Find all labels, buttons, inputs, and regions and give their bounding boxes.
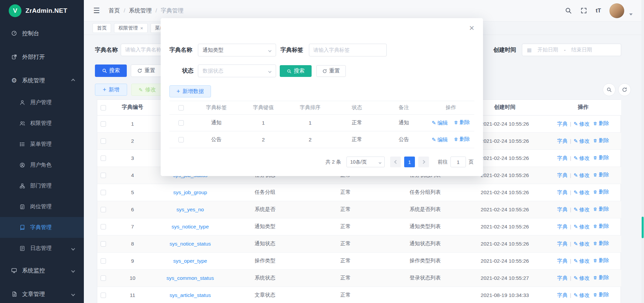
edit-link[interactable]: ✎修改 — [574, 172, 590, 179]
row-checkbox[interactable] — [101, 241, 106, 247]
dict-data-link[interactable]: 字典 — [557, 292, 568, 299]
row-checkbox[interactable] — [178, 137, 184, 142]
sidebar-item-dict-mgmt[interactable]: 字典管理 — [0, 217, 84, 238]
dict-data-link[interactable]: 字典 — [557, 241, 568, 248]
fullscreen-icon[interactable] — [580, 7, 587, 14]
font-size-icon[interactable]: tT — [596, 7, 601, 14]
dict-data-link[interactable]: 字典 — [557, 223, 568, 230]
app-logo[interactable]: V ZrAdmin.NET — [0, 0, 84, 21]
page-button-1[interactable]: 1 — [404, 157, 415, 167]
row-checkbox[interactable] — [101, 224, 106, 229]
close-icon[interactable]: × — [469, 24, 474, 32]
row-checkbox[interactable] — [178, 120, 184, 126]
date-range-input[interactable]: ▦ 开始日期 - 结束日期 — [522, 44, 621, 56]
row-checkbox[interactable] — [101, 258, 106, 264]
delete-link[interactable]: 删除 — [593, 291, 609, 298]
row-checkbox[interactable] — [101, 173, 106, 178]
delete-link[interactable]: 删除 — [593, 240, 609, 247]
table-search-toggle-button[interactable] — [603, 83, 615, 96]
status-select[interactable]: 数据状态 — [198, 64, 276, 77]
dialog-search-button[interactable]: 搜索 — [280, 65, 312, 77]
modify-button[interactable]: ✎ 修改 — [131, 84, 163, 96]
delete-link[interactable]: 删除 — [593, 274, 609, 281]
dict-data-link[interactable]: 字典 — [557, 258, 568, 265]
sidebar-item-dept-mgmt[interactable]: 部门管理 — [0, 175, 84, 196]
edit-link[interactable]: ✎编辑 — [432, 120, 448, 127]
sidebar-item-menu-mgmt[interactable]: 菜单管理 — [0, 134, 84, 155]
dialog-reset-button[interactable]: 重置 — [316, 65, 346, 77]
sidebar-item-permission-mgmt[interactable]: 权限管理 — [0, 113, 84, 134]
delete-link[interactable]: 删除 — [593, 137, 609, 144]
edit-link[interactable]: ✎修改 — [574, 155, 590, 162]
edit-link[interactable]: ✎修改 — [574, 138, 590, 145]
close-icon[interactable]: × — [140, 26, 143, 31]
dict-data-link[interactable]: 字典 — [557, 155, 568, 162]
edit-link[interactable]: ✎编辑 — [432, 136, 448, 143]
row-checkbox[interactable] — [101, 121, 106, 127]
sidebar-item-user-role[interactable]: 用户角色 — [0, 155, 84, 175]
delete-link[interactable]: 删除 — [593, 223, 609, 230]
page-size-select[interactable]: 10条/页 — [346, 157, 385, 167]
delete-link[interactable]: 删除 — [593, 120, 609, 127]
goto-page-input[interactable] — [450, 157, 466, 167]
tab-home[interactable]: 首页 — [93, 23, 111, 33]
caret-down-icon[interactable] — [629, 13, 633, 15]
dict-name-select[interactable]: 通知类型 — [198, 44, 276, 56]
dict-data-link[interactable]: 字典 — [557, 275, 568, 282]
edit-link[interactable]: ✎修改 — [574, 241, 590, 248]
dict-type-link[interactable]: sys_article_status — [169, 292, 211, 298]
select-all-checkbox[interactable] — [101, 105, 106, 111]
dict-data-link[interactable]: 字典 — [557, 172, 568, 179]
dict-data-link[interactable]: 字典 — [557, 189, 568, 196]
edit-link[interactable]: ✎修改 — [574, 223, 590, 230]
edit-link[interactable]: ✎修改 — [574, 189, 590, 196]
delete-link[interactable]: 删除 — [593, 206, 609, 213]
dict-data-link[interactable]: 字典 — [557, 121, 568, 128]
avatar[interactable] — [609, 3, 624, 18]
search-button[interactable]: 搜索 — [95, 64, 127, 77]
sidebar-item-external[interactable]: 外部打开 — [0, 45, 84, 69]
hamburger-icon[interactable]: ☰ — [93, 7, 100, 14]
reset-button[interactable]: 重置 — [131, 64, 162, 77]
delete-link[interactable]: 删除 — [593, 154, 609, 161]
delete-link[interactable]: 删除 — [593, 188, 609, 196]
add-button[interactable]: + 新增 — [95, 84, 127, 96]
delete-link[interactable]: 删除 — [593, 171, 609, 178]
sidebar-item-system[interactable]: ⚙ 系统管理 — [0, 69, 84, 92]
row-checkbox[interactable] — [101, 275, 106, 281]
edit-link[interactable]: ✎修改 — [574, 206, 590, 213]
delete-link[interactable]: 删除 — [454, 136, 470, 143]
dict-label-input[interactable]: 请输入字典标签 — [309, 44, 387, 56]
breadcrumb-home[interactable]: 首页 — [109, 7, 120, 14]
scrollbar-thumb[interactable] — [642, 217, 644, 238]
dict-type-link[interactable]: sys_yes_no — [176, 207, 204, 212]
prev-page-button[interactable] — [390, 157, 401, 167]
tab-permission[interactable]: 权限管理× — [114, 23, 148, 33]
breadcrumb-system[interactable]: 系统管理 — [129, 7, 152, 14]
row-checkbox[interactable] — [101, 293, 106, 298]
sidebar-item-post-mgmt[interactable]: 岗位管理 — [0, 196, 84, 217]
dict-type-link[interactable]: sys_common_status — [166, 275, 214, 281]
sidebar-item-log-mgmt[interactable]: 日志管理 — [0, 238, 84, 259]
sidebar-item-monitor[interactable]: 系统监控 — [0, 259, 84, 282]
sidebar-item-user-mgmt[interactable]: 用户管理 — [0, 92, 84, 113]
sidebar-item-dashboard[interactable]: 控制台 — [0, 21, 84, 45]
dict-data-link[interactable]: 字典 — [557, 138, 568, 145]
next-page-button[interactable] — [418, 157, 429, 167]
edit-link[interactable]: ✎修改 — [574, 121, 590, 128]
row-checkbox[interactable] — [101, 138, 106, 144]
table-refresh-button[interactable] — [618, 83, 631, 96]
dict-type-link[interactable]: sys_oper_type — [173, 258, 207, 264]
select-all-checkbox[interactable] — [178, 105, 184, 111]
dict-type-link[interactable]: sys_notice_type — [171, 224, 209, 229]
add-data-button[interactable]: + 新增数据 — [169, 85, 211, 97]
row-checkbox[interactable] — [101, 156, 106, 161]
edit-link[interactable]: ✎修改 — [574, 275, 590, 282]
dict-data-link[interactable]: 字典 — [557, 206, 568, 213]
edit-link[interactable]: ✎修改 — [574, 292, 590, 299]
dict-type-link[interactable]: sys_job_group — [173, 189, 207, 195]
row-checkbox[interactable] — [101, 190, 106, 195]
row-checkbox[interactable] — [101, 207, 106, 212]
sidebar-item-article[interactable]: 文章管理 — [0, 282, 84, 303]
delete-link[interactable]: 删除 — [454, 119, 470, 126]
